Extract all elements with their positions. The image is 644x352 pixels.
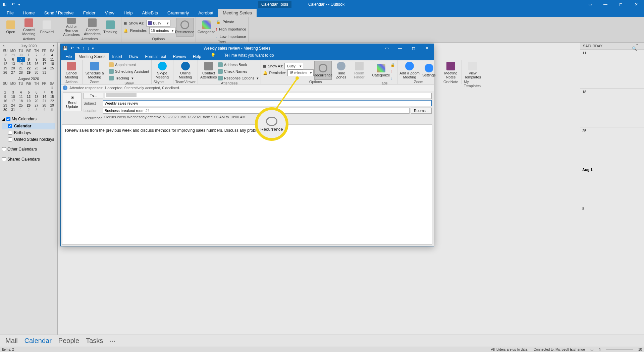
m-private[interactable]: 🔒 bbox=[390, 62, 395, 68]
add-remove-attendees-button[interactable]: Add or Remove Attendees bbox=[60, 18, 83, 37]
subject-input[interactable] bbox=[103, 100, 432, 106]
minicalendar-august[interactable]: August 2020 SUMOTUWETHFRSA 1 2345678 910… bbox=[0, 75, 57, 113]
undo-icon[interactable]: ↶ bbox=[11, 2, 15, 7]
my-calendars-header[interactable]: ◢My Calendars bbox=[2, 115, 55, 123]
mtab-help[interactable]: Help bbox=[190, 53, 205, 60]
recurrence-button[interactable]: Recurrence bbox=[176, 18, 194, 37]
tab-acrobat[interactable]: Acrobat bbox=[194, 9, 218, 17]
shared-calendars-header[interactable]: Shared Calendars bbox=[2, 156, 55, 163]
calendar-item-birthdays[interactable]: Birthdays bbox=[2, 129, 55, 136]
save-icon[interactable]: 💾 bbox=[63, 46, 68, 51]
zoom-slider[interactable] bbox=[606, 349, 633, 350]
nav-people[interactable]: People bbox=[58, 337, 79, 345]
m-response-options[interactable]: Response Options ▾ bbox=[218, 75, 259, 81]
tab-folder[interactable]: Folder bbox=[78, 9, 100, 17]
m-recurrence-button[interactable]: Recurrence bbox=[314, 61, 332, 80]
m-categorize[interactable]: Categorize bbox=[372, 61, 390, 80]
contact-attendees-button[interactable]: Contact Attendees bbox=[84, 18, 101, 37]
view-normal-icon[interactable]: ▭ bbox=[590, 348, 593, 351]
close-icon[interactable]: ✕ bbox=[629, 0, 644, 8]
m-check-names[interactable]: Check Names bbox=[218, 68, 259, 74]
redo-icon[interactable]: ↷ bbox=[76, 46, 80, 51]
nav-calendar[interactable]: Calendar bbox=[24, 337, 52, 345]
minimize-icon[interactable]: — bbox=[598, 0, 613, 8]
view-reading-icon[interactable]: ▯ bbox=[599, 348, 601, 351]
m-low[interactable]: ↓ bbox=[390, 75, 395, 81]
m-scheduling-assistant[interactable]: Scheduling Assistant bbox=[109, 68, 149, 74]
showas-dropdown[interactable]: Busy bbox=[146, 20, 170, 26]
rooms-button[interactable]: Rooms... bbox=[411, 108, 432, 114]
nav-mail[interactable]: Mail bbox=[5, 337, 18, 345]
day-cell[interactable]: 8 bbox=[580, 205, 644, 244]
nav-tasks[interactable]: Tasks bbox=[86, 337, 103, 345]
m-settings[interactable]: Settings bbox=[420, 61, 438, 80]
tab-meeting-series[interactable]: Meeting Series bbox=[218, 9, 257, 17]
mtab-format-text[interactable]: Format Text bbox=[142, 53, 169, 60]
tab-send-receive[interactable]: Send / Receive bbox=[40, 9, 78, 17]
tracking-button[interactable]: Tracking bbox=[102, 18, 119, 37]
m-reminder-dropdown[interactable]: 15 minutes bbox=[287, 69, 314, 76]
m-address-book[interactable]: Address Book bbox=[218, 62, 259, 68]
next-item-icon[interactable]: ↓ bbox=[87, 46, 89, 51]
m-contact-attendees[interactable]: Contact Attendees bbox=[200, 61, 217, 80]
low-importance-toggle[interactable]: ↓Low Importance bbox=[216, 33, 246, 40]
high-importance-toggle[interactable]: !High Importance bbox=[216, 26, 246, 33]
location-input[interactable] bbox=[103, 108, 410, 114]
maximize-icon[interactable]: ◻ bbox=[613, 0, 629, 8]
other-calendars-header[interactable]: Other Calendars bbox=[2, 145, 55, 153]
day-cell[interactable]: 11 bbox=[580, 50, 644, 89]
my-calendars-check[interactable] bbox=[6, 117, 10, 121]
reminder-dropdown[interactable]: 15 minutes bbox=[149, 27, 175, 34]
to-field[interactable] bbox=[105, 93, 432, 99]
prev-month-icon[interactable]: ◂ bbox=[3, 44, 4, 47]
private-toggle[interactable]: 🔒Private bbox=[216, 18, 246, 25]
m-schedule-meeting[interactable]: Schedule a Meeting bbox=[85, 61, 105, 80]
prev-item-icon[interactable]: ↑ bbox=[83, 46, 85, 51]
m-view-templates[interactable]: View Templates bbox=[464, 61, 481, 80]
mtab-draw[interactable]: Draw bbox=[125, 53, 142, 60]
m-cancel-meeting[interactable]: Cancel Meeting bbox=[63, 61, 80, 80]
tab-view[interactable]: View bbox=[100, 9, 119, 17]
calendar-tools-tab[interactable]: Calendar Tools bbox=[258, 1, 291, 8]
mtab-file[interactable]: File bbox=[62, 53, 75, 60]
to-button[interactable]: To... bbox=[84, 93, 103, 99]
m-time-zones[interactable]: Time Zones bbox=[332, 61, 350, 80]
maximize-icon[interactable]: ◻ bbox=[407, 44, 420, 52]
tab-file[interactable]: File bbox=[2, 9, 18, 17]
ribbon-display-icon[interactable]: ▭ bbox=[380, 44, 393, 52]
m-showas-dropdown[interactable]: Busy bbox=[284, 63, 303, 69]
tab-grammarly[interactable]: Grammarly bbox=[163, 9, 194, 17]
m-appointment-button[interactable]: Appointment bbox=[109, 62, 149, 68]
m-meeting-notes[interactable]: Meeting Notes bbox=[442, 61, 460, 80]
open-button[interactable]: Open bbox=[2, 18, 19, 37]
categorize-button[interactable]: Categorize bbox=[198, 18, 215, 37]
mtab-meeting-series[interactable]: Meeting Series bbox=[75, 53, 109, 60]
meeting-body[interactable]: Review sales from the previous week and … bbox=[62, 124, 432, 245]
m-high[interactable]: ! bbox=[390, 68, 395, 74]
m-add-zoom[interactable]: Add a Zoom Meeting bbox=[399, 61, 420, 80]
tab-help[interactable]: Help bbox=[119, 9, 138, 17]
next-area-icon[interactable]: ▸ bbox=[53, 44, 55, 47]
forward-button[interactable]: Forward bbox=[38, 18, 56, 37]
send-update-button[interactable]: ✉ Send Update bbox=[63, 93, 82, 111]
calendar-item-holidays[interactable]: United States holidays bbox=[2, 136, 55, 143]
m-room-finder[interactable]: Room Finder bbox=[351, 61, 368, 80]
m-skype-meeting[interactable]: Skype Meeting bbox=[154, 61, 171, 80]
cancel-meeting-button[interactable]: Cancel Meeting bbox=[20, 18, 38, 37]
tell-me-search[interactable]: 💡Tell me what you want to do bbox=[205, 50, 280, 60]
day-cell[interactable]: 25 bbox=[580, 127, 644, 166]
nav-more-icon[interactable]: ··· bbox=[110, 337, 115, 345]
minicalendar-july[interactable]: ◂July 2020▸ SUMOTUWETHFRSA 2829301234 56… bbox=[0, 43, 57, 75]
calendar-item-calendar[interactable]: Calendar bbox=[2, 123, 55, 129]
tab-home[interactable]: Home bbox=[18, 9, 40, 17]
mtab-insert[interactable]: Insert bbox=[109, 53, 125, 60]
close-icon[interactable]: ✕ bbox=[420, 44, 434, 52]
search-icon[interactable]: 🔍 bbox=[632, 46, 638, 52]
day-cell[interactable]: Aug 1 bbox=[580, 166, 644, 205]
m-online-meeting[interactable]: Online Meeting bbox=[177, 61, 194, 80]
m-tracking[interactable]: Tracking ▾ bbox=[109, 75, 149, 81]
ribbon-display-icon[interactable]: ▭ bbox=[582, 0, 598, 8]
day-cell[interactable]: 18 bbox=[580, 89, 644, 127]
tab-ablebits[interactable]: AbleBits bbox=[137, 9, 163, 17]
minimize-icon[interactable]: — bbox=[393, 44, 407, 52]
